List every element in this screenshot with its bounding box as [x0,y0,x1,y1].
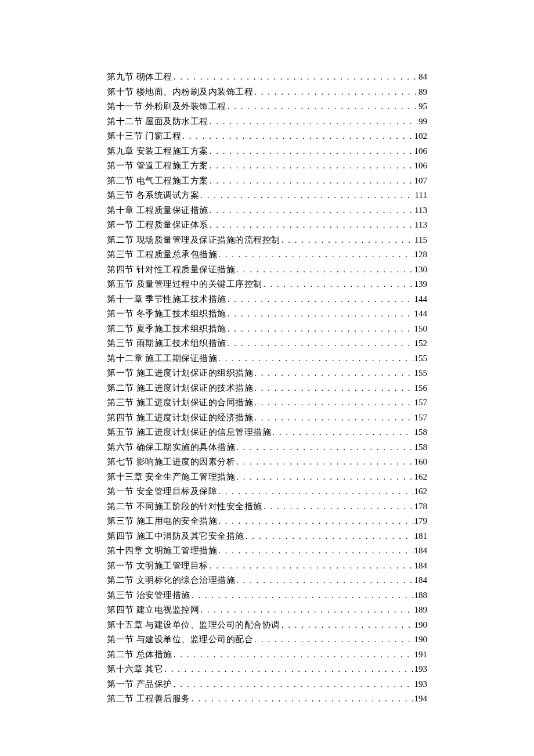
toc-entry: 第十二章 施工工期保证措施155 [107,351,427,365]
toc-entry: 第十六章 其它193 [107,662,427,676]
toc-page-number: 190 [414,618,428,632]
toc-entry: 第十章 工程质量保证措施113 [107,203,427,217]
toc-page-number: 184 [414,543,428,557]
toc-page-number: 160 [414,455,428,469]
toc-leader-dots [210,144,413,158]
toc-label: 第九节 砌体工程 [107,70,172,84]
toc-entry: 第十三章 安全生产施工管理措施162 [107,470,427,484]
toc-page-number: 158 [414,425,428,439]
toc-page-number: 150 [414,322,428,336]
toc-leader-dots [200,603,413,617]
toc-entry: 第十三节 门窗工程102 [107,129,427,143]
toc-page-number: 130 [414,262,428,276]
toc-label: 第一节 工程质量保证体系 [107,218,208,232]
toc-label: 第三节 各系统调试方案 [107,188,199,202]
toc-page-number: 181 [414,529,428,543]
toc-entry: 第三节 治安管理措施188 [107,588,427,602]
toc-leader-dots [282,618,413,632]
toc-page-number: 193 [414,662,428,676]
toc-entry: 第一节 文明施工管理目标184 [107,559,427,573]
toc-label: 第二节 总体措施 [107,647,172,661]
toc-page-number: 113 [414,218,427,232]
toc-label: 第四节 建立电视监控网 [107,603,199,617]
toc-leader-dots [210,218,413,232]
toc-entry: 第三节 各系统调试方案111 [107,188,427,202]
toc-page-number: 113 [414,203,427,217]
toc-leader-dots [254,395,413,409]
toc-leader-dots [272,425,413,439]
toc-page-number: 95 [418,99,427,113]
toc-label: 第一节 施工进度计划保证的组织措施 [107,366,253,380]
toc-label: 第二节 电气工程施工方案 [107,174,208,188]
toc-label: 第四节 针对性工程质量保证措施 [107,262,235,276]
toc-label: 第十五章 与建设单位、监理公司的配合协调 [107,618,280,632]
toc-leader-dots [218,514,413,528]
toc-entry: 第三节 雨期施工技术组织措施152 [107,336,427,350]
toc-page-number: 184 [414,573,428,587]
toc-entry: 第十五章 与建设单位、监理公司的配合协调190 [107,618,427,632]
toc-page-number: 156 [414,381,428,395]
toc-page-number: 115 [414,233,427,247]
toc-label: 第一节 冬季施工技术组织措施 [107,307,226,321]
toc-entry: 第一节 与建设单位、监理公司的配合190 [107,632,427,646]
toc-page-number: 155 [414,366,428,380]
toc-entry: 第十二节 屋面及防水工程99 [107,114,427,128]
toc-leader-dots [264,277,413,291]
toc-entry: 第二节 电气工程施工方案107 [107,174,427,188]
toc-entry: 第九章 安装工程施工方案106 [107,144,427,158]
toc-leader-dots [228,336,413,350]
toc-leader-dots [254,632,413,646]
toc-entry: 第十四章 文明施工管理措施184 [107,543,427,557]
toc-label: 第六节 确保工期实施的具体措施 [107,440,235,454]
toc-entry: 第十一章 季节性施工技术措施144 [107,292,427,306]
toc-entry: 第二节 总体措施191 [107,647,427,661]
toc-label: 第四节 施工中消防及其它安全措施 [107,529,244,543]
toc-entry: 第十一节 外粉刷及外装饰工程95 [107,99,427,113]
toc-label: 第十一节 外粉刷及外装饰工程 [107,99,226,113]
toc-leader-dots [218,543,413,557]
toc-page-number: 139 [414,277,428,291]
toc-label: 第十二节 屋面及防水工程 [107,114,208,128]
toc-label: 第九章 安装工程施工方案 [107,144,208,158]
toc-label: 第十章 工程质量保证措施 [107,203,208,217]
document-page: 第九节 砌体工程84第十节 楼地面、内粉刷及内装饰工程89第十一节 外粉刷及外装… [0,0,534,705]
toc-leader-dots [210,114,417,128]
toc-page-number: 144 [414,292,428,306]
toc-leader-dots [282,233,413,247]
toc-label: 第十三节 门窗工程 [107,129,181,143]
toc-leader-dots [182,129,413,143]
toc-leader-dots [254,381,413,395]
toc-leader-dots [246,529,413,543]
toc-leader-dots [210,159,413,172]
toc-entry: 第三节 施工用电的安全措施179 [107,514,427,528]
toc-entry: 第十节 楼地面、内粉刷及内装饰工程89 [107,85,427,99]
toc-page-number: 99 [418,114,427,128]
toc-label: 第十六章 其它 [107,662,163,676]
toc-leader-dots [228,322,413,336]
toc-page-number: 157 [414,395,428,409]
toc-entry: 第二节 不同施工阶段的针对性安全措施178 [107,499,427,513]
toc-entry: 第二节 现场质量管理及保证措施的流程控制115 [107,233,427,247]
toc-leader-dots [200,188,413,202]
toc-page-number: 189 [414,603,428,617]
toc-page-number: 158 [414,440,428,454]
toc-page-number: 84 [418,70,427,84]
toc-page-number: 128 [414,247,428,261]
toc-entry: 第五节 质量管理过程中的关键工序控制139 [107,277,427,291]
toc-page-number: 179 [414,514,428,528]
toc-label: 第五节 质量管理过程中的关键工序控制 [107,277,262,291]
toc-leader-dots [236,573,413,587]
toc-leader-dots [228,292,413,306]
toc-label: 第一节 与建设单位、监理公司的配合 [107,632,253,646]
toc-leader-dots [192,692,413,705]
toc-page-number: 194 [414,692,428,705]
toc-label: 第三节 工程质量总承包措施 [107,247,217,261]
toc-entry: 第二节 文明标化的综合治理措施184 [107,573,427,587]
toc-entry: 第二节 工程善后服务194 [107,692,427,705]
toc-leader-dots [164,662,413,676]
toc-page-number: 191 [414,647,428,661]
toc-entry: 第六节 确保工期实施的具体措施158 [107,440,427,454]
toc-label: 第二节 不同施工阶段的针对性安全措施 [107,499,262,513]
toc-label: 第四节 施工进度计划保证的经济措施 [107,411,253,424]
toc-page-number: 178 [414,499,428,513]
